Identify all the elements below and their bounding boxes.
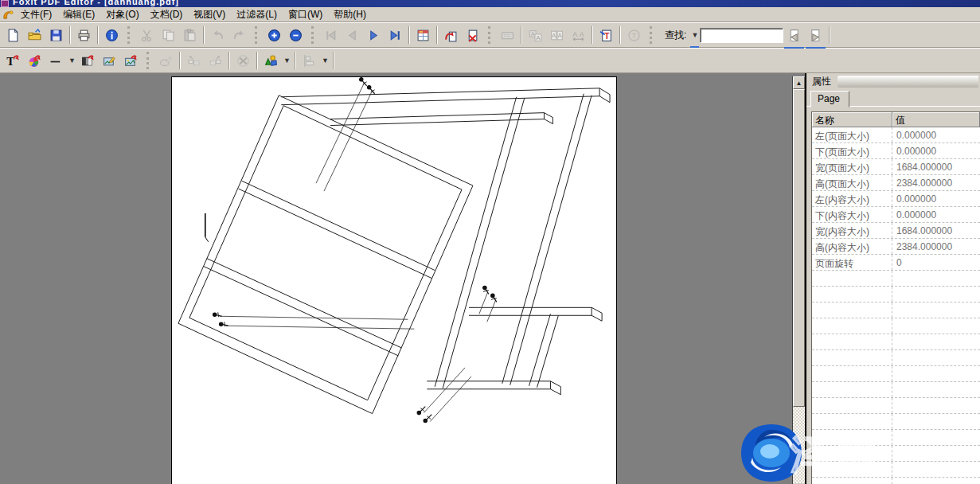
zoom-out-button[interactable] xyxy=(285,25,306,45)
svg-text:T: T xyxy=(632,31,636,39)
menu-item-0[interactable]: 文件(F) xyxy=(15,6,57,23)
menu-items: 文件(F)编辑(E)对象(O)文档(D)视图(V)过滤器(L)窗口(W)帮助(H… xyxy=(15,6,372,23)
redo-button[interactable] xyxy=(228,25,250,45)
font-width-icon: AA xyxy=(572,29,585,42)
property-name: 高(内容大小) xyxy=(812,239,892,254)
menu-item-3[interactable]: 文档(D) xyxy=(145,6,189,23)
prev-page-button[interactable] xyxy=(342,25,363,45)
property-row-8[interactable]: 页面旋转0 xyxy=(812,255,980,271)
property-row-0[interactable]: 左(页面大小)0.000000 xyxy=(812,127,980,143)
cut-button[interactable] xyxy=(136,25,158,45)
toolbar-separator xyxy=(295,52,296,69)
properties-rows: 左(页面大小)0.000000下(页面大小)0.000000宽(页面大小)168… xyxy=(812,127,980,484)
font-width-button[interactable]: AA xyxy=(568,25,589,45)
last-page-button[interactable] xyxy=(385,25,406,45)
page-layout-button[interactable] xyxy=(412,25,434,45)
property-name: 页面旋转 xyxy=(812,255,892,270)
property-row-empty xyxy=(812,382,980,398)
text-circle-button[interactable]: T xyxy=(623,25,645,45)
new-button[interactable] xyxy=(2,25,24,45)
menu-item-2[interactable]: 对象(O) xyxy=(100,6,144,23)
align-dropdown[interactable]: ▼ xyxy=(320,51,330,70)
gradient-button[interactable] xyxy=(77,50,99,71)
property-row-3[interactable]: 高(页面大小)2384.000000 xyxy=(812,175,980,191)
menu-item-4[interactable]: 视图(V) xyxy=(188,6,231,23)
menu-item-7[interactable]: 帮助(H) xyxy=(328,6,372,23)
keyboard-icon xyxy=(501,29,514,42)
print-button[interactable] xyxy=(73,25,95,45)
property-name: 左(页面大小) xyxy=(812,127,892,142)
tab-page[interactable]: Page xyxy=(810,91,849,107)
line-style-dropdown[interactable]: ▼ xyxy=(67,51,77,70)
open-button[interactable] xyxy=(24,25,45,45)
property-row-7[interactable]: 高(内容大小)2384.000000 xyxy=(812,239,980,255)
replace-image-button[interactable] xyxy=(120,50,142,71)
toolbar-grip[interactable] xyxy=(146,52,152,69)
property-row-empty xyxy=(812,478,980,484)
toolbar-separator xyxy=(203,26,205,44)
text-edit-button[interactable]: T xyxy=(595,25,617,45)
edit-shape-button[interactable] xyxy=(155,50,177,71)
prev-page-icon xyxy=(346,29,359,42)
copy-button[interactable] xyxy=(158,25,179,45)
shapes-dropdown[interactable]: ▼ xyxy=(282,51,292,70)
menu-item-6[interactable]: 窗口(W) xyxy=(283,6,328,23)
scrollbar-thumb[interactable] xyxy=(793,89,805,407)
property-row-empty xyxy=(812,430,980,446)
property-name: 左(内容大小) xyxy=(812,191,892,206)
scroll-up-arrow-icon[interactable]: ▲ xyxy=(793,76,805,89)
workspace: ▲ 属性 Page 名称 值 左(页面大小)0.000000下(页面大小)0.0… xyxy=(0,73,980,484)
insert-page-button[interactable] xyxy=(440,25,462,45)
toolbar-grip[interactable] xyxy=(255,26,260,44)
property-row-1[interactable]: 下(页面大小)0.000000 xyxy=(812,143,980,159)
toolbar-separator xyxy=(179,52,181,69)
property-row-5[interactable]: 下(内容大小)0.000000 xyxy=(812,207,980,223)
add-text-button[interactable]: T xyxy=(2,50,24,71)
delete-page-button[interactable] xyxy=(462,25,483,45)
line-style-button[interactable] xyxy=(45,50,67,71)
ungroup-button[interactable] xyxy=(232,50,254,71)
font-size-button[interactable]: AA xyxy=(546,25,568,45)
svg-text:T: T xyxy=(604,31,610,40)
first-page-button[interactable] xyxy=(320,25,342,45)
property-value: 1684.000000 xyxy=(892,159,980,174)
shapes-icon xyxy=(264,54,278,68)
property-value: 1684.000000 xyxy=(892,223,980,238)
toolbar-grip[interactable] xyxy=(650,26,655,44)
property-row-empty xyxy=(812,350,980,366)
next-page-button[interactable] xyxy=(363,25,385,45)
property-row-6[interactable]: 宽(内容大小)1684.000000 xyxy=(812,223,980,239)
toolbar-grip[interactable] xyxy=(127,26,133,44)
align-button[interactable] xyxy=(299,50,320,71)
menu-item-5[interactable]: 过滤器(L) xyxy=(231,6,283,23)
save-button[interactable] xyxy=(45,25,67,45)
color-wheel-icon xyxy=(28,54,41,68)
color-wheel-button[interactable] xyxy=(24,50,45,71)
undo-button[interactable] xyxy=(207,25,228,45)
find-dropdown[interactable]: ▼ xyxy=(689,25,700,45)
property-name: 下(内容大小) xyxy=(812,207,892,222)
find-prev-button[interactable] xyxy=(805,25,826,45)
property-row-4[interactable]: 左(内容大小)0.000000 xyxy=(812,191,980,207)
font-replace-button[interactable]: AA xyxy=(525,25,546,45)
zoom-in-button[interactable] xyxy=(264,25,285,45)
edit-image-button[interactable] xyxy=(99,50,120,71)
info-button[interactable] xyxy=(101,25,123,45)
group-front-icon xyxy=(209,54,222,68)
document-window-icon[interactable] xyxy=(1,8,15,21)
shapes-button[interactable] xyxy=(260,50,282,71)
menu-item-1[interactable]: 编辑(E) xyxy=(57,6,100,23)
undo-icon xyxy=(211,29,225,42)
find-input[interactable] xyxy=(700,28,783,43)
toolbar-grip[interactable] xyxy=(311,26,317,44)
find-next-button[interactable] xyxy=(783,25,805,45)
svg-text:A: A xyxy=(572,29,577,37)
document-page[interactable] xyxy=(171,76,617,484)
keyboard-button[interactable] xyxy=(497,25,518,45)
order-back-button[interactable] xyxy=(183,50,205,71)
toolbar-grip[interactable] xyxy=(488,26,494,44)
svg-text:T: T xyxy=(6,55,14,68)
order-front-button[interactable] xyxy=(205,50,226,71)
property-row-2[interactable]: 宽(页面大小)1684.000000 xyxy=(812,159,980,175)
paste-button[interactable] xyxy=(179,25,201,45)
